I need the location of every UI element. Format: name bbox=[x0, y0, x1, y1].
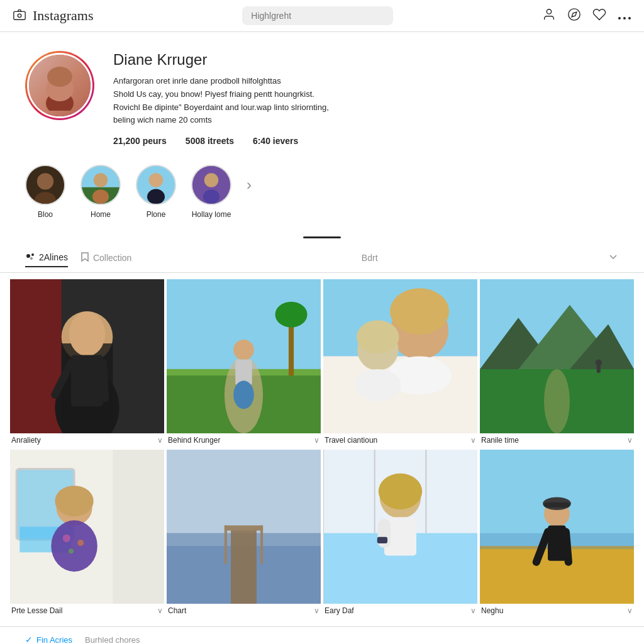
bottom-label-1: Fin Acries bbox=[36, 635, 72, 644]
more-icon[interactable] bbox=[618, 9, 631, 23]
svg-point-13 bbox=[37, 173, 53, 189]
bottom-bar: ✓ Fin Acries Burhled chores bbox=[0, 626, 644, 644]
grid-item-6[interactable]: Chart ∨ bbox=[167, 450, 321, 618]
grid-item-8[interactable]: Neghu ∨ bbox=[480, 450, 634, 618]
svg-point-3 bbox=[569, 8, 580, 19]
svg-point-11 bbox=[47, 67, 72, 87]
svg-point-18 bbox=[92, 190, 109, 204]
profile-icon[interactable] bbox=[542, 8, 556, 25]
svg-rect-28 bbox=[10, 279, 62, 433]
grid-item-7[interactable]: Eary Daf ∨ bbox=[323, 450, 477, 618]
stat-following: 5008 itreets bbox=[186, 136, 234, 146]
svg-point-53 bbox=[357, 321, 399, 354]
scroll-indicator bbox=[0, 231, 644, 243]
grid-caption-4: Ranile time ∨ bbox=[480, 433, 634, 447]
svg-point-88 bbox=[379, 474, 422, 509]
tab-grid-label: 2Alines bbox=[39, 252, 68, 262]
svg-rect-75 bbox=[167, 450, 321, 533]
chevron-down-icon-4: ∨ bbox=[627, 436, 633, 445]
svg-point-52 bbox=[390, 288, 449, 335]
tab-grid[interactable]: 2Alines bbox=[25, 248, 68, 267]
heart-icon[interactable] bbox=[592, 8, 606, 25]
search-bar[interactable] bbox=[242, 6, 393, 25]
bottom-label-2: Burhled chores bbox=[85, 635, 140, 644]
chevron-down-icon-1: ∨ bbox=[157, 436, 163, 445]
svg-point-2 bbox=[547, 9, 551, 13]
svg-rect-79 bbox=[225, 526, 263, 531]
profile-stats: 21,200 peurs 5008 itreets 6:40 ievers bbox=[113, 136, 619, 146]
grid-item-2[interactable]: Behind Krunger ∨ bbox=[167, 279, 321, 447]
svg-point-24 bbox=[203, 190, 219, 204]
highlight-item-4[interactable]: Hollay lome bbox=[191, 165, 231, 219]
svg-rect-81 bbox=[260, 526, 263, 564]
chevron-down-icon-7: ∨ bbox=[470, 606, 476, 615]
grid-icon bbox=[25, 251, 35, 264]
highlight-item-3[interactable]: Plone bbox=[136, 165, 176, 219]
highlight-item-1[interactable]: Bloo bbox=[25, 165, 65, 219]
avatar-placeholder bbox=[29, 55, 91, 116]
svg-point-7 bbox=[628, 17, 631, 19]
svg-point-26 bbox=[30, 257, 33, 260]
svg-marker-4 bbox=[572, 12, 577, 17]
tab-collection-label: Collection bbox=[93, 253, 131, 263]
profile-bio: Anfargoran oret inrle dane prodboll hilf… bbox=[113, 75, 415, 127]
svg-point-40 bbox=[275, 302, 308, 328]
profile-info: Diane Krruger Anfargoran oret inrle dane… bbox=[113, 51, 619, 146]
svg-point-17 bbox=[94, 173, 108, 187]
camera-icon[interactable] bbox=[13, 8, 26, 25]
svg-rect-64 bbox=[113, 450, 164, 604]
dropdown-icon[interactable] bbox=[608, 251, 619, 265]
profile-name: Diane Krruger bbox=[113, 51, 619, 69]
svg-point-25 bbox=[26, 254, 30, 258]
bottom-item-1: ✓ Fin Acries bbox=[25, 635, 72, 644]
tab-center-label: Bdrt bbox=[362, 253, 378, 263]
grid-image-4 bbox=[480, 279, 634, 433]
grid-item-4[interactable]: Ranile time ∨ bbox=[480, 279, 634, 447]
grid-item-1[interactable]: Anraliety ∨ bbox=[10, 279, 164, 447]
highlight-circle-3 bbox=[136, 165, 176, 205]
svg-point-23 bbox=[204, 173, 219, 187]
chevron-down-icon-5: ∨ bbox=[157, 606, 163, 615]
grid-image-2 bbox=[167, 279, 321, 433]
svg-point-21 bbox=[147, 189, 165, 204]
svg-point-6 bbox=[623, 17, 626, 19]
grid-caption-3: Travel ciantioun ∨ bbox=[323, 433, 477, 447]
highlight-label-3: Plone bbox=[147, 210, 166, 219]
grid-item-5[interactable]: Prte Lesse Dail ∨ bbox=[10, 450, 164, 618]
grid-caption-7: Eary Daf ∨ bbox=[323, 604, 477, 618]
svg-point-32 bbox=[69, 311, 105, 356]
nav-left: Instagrams bbox=[13, 8, 94, 25]
avatar-wrapper[interactable] bbox=[25, 51, 94, 120]
svg-line-101 bbox=[566, 532, 569, 562]
search-input[interactable] bbox=[242, 6, 393, 25]
chevron-down-icon-6: ∨ bbox=[314, 606, 319, 615]
svg-line-35 bbox=[103, 363, 105, 398]
tab-collection[interactable]: Collection bbox=[80, 249, 131, 267]
highlight-label-1: Bloo bbox=[38, 210, 53, 219]
highlight-item-2[interactable]: Home bbox=[80, 165, 121, 219]
chevron-down-icon-2: ∨ bbox=[314, 436, 319, 445]
svg-rect-33 bbox=[71, 355, 103, 407]
grid-image-1 bbox=[10, 279, 164, 433]
bookmark-icon bbox=[80, 252, 89, 264]
grid-item-3[interactable]: Travel ciantioun ∨ bbox=[323, 279, 477, 447]
svg-rect-78 bbox=[231, 527, 257, 604]
compass-icon[interactable] bbox=[567, 8, 581, 25]
svg-point-70 bbox=[51, 520, 97, 572]
svg-rect-102 bbox=[548, 543, 566, 561]
stat-posts: 21,200 peurs bbox=[113, 136, 167, 146]
chevron-down-icon-8: ∨ bbox=[627, 606, 633, 615]
svg-rect-90 bbox=[378, 519, 391, 548]
svg-point-60 bbox=[596, 360, 602, 366]
highlight-circle-4 bbox=[191, 165, 231, 205]
grid-caption-8: Neghu ∨ bbox=[480, 604, 634, 618]
highlight-circle-2 bbox=[80, 165, 121, 205]
grid-image-5 bbox=[10, 450, 164, 604]
profile-section: Diane Krruger Anfargoran oret inrle dane… bbox=[0, 32, 644, 158]
svg-point-51 bbox=[355, 369, 401, 401]
top-navigation: Instagrams bbox=[0, 0, 644, 32]
grid-row-2: Prte Lesse Dail ∨ bbox=[10, 450, 634, 618]
photo-grid: Anraliety ∨ bbox=[0, 273, 644, 626]
grid-image-8 bbox=[480, 450, 634, 604]
svg-rect-98 bbox=[544, 502, 570, 508]
